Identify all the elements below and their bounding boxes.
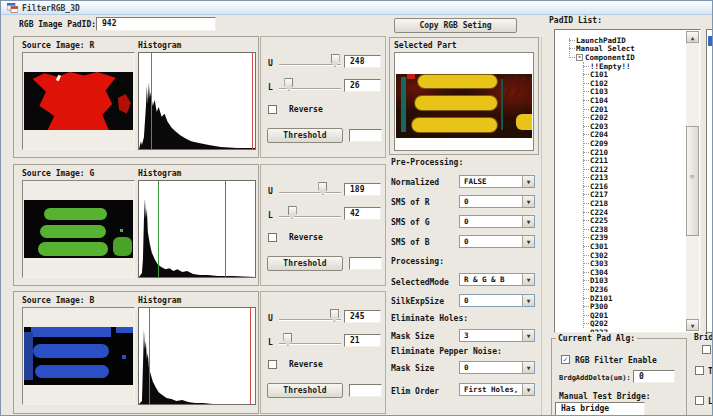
u-slider[interactable] [279,309,341,324]
l-checkbox[interactable] [695,396,704,405]
tree-item-c217[interactable]: C217 [555,191,686,200]
u-value-field[interactable]: 245 [344,310,381,323]
threshold-result-field[interactable] [349,129,382,142]
tree-item-c238[interactable]: C238 [555,225,686,234]
scroll-up-icon[interactable]: ▲ [686,31,699,43]
tree-item-launchpadid[interactable]: LaunchPadID [555,36,686,45]
normalized-dropdown[interactable]: FALSE ▼ [459,175,535,188]
tree-item--empty-[interactable]: !!Empty!! [555,62,686,71]
chevron-down-icon[interactable]: ▼ [522,295,534,306]
tree-item-q222[interactable]: Q222 [555,328,686,332]
bridge-delta-field[interactable]: 0 [633,370,675,383]
histogram-g[interactable] [138,180,256,278]
slider-track[interactable] [279,216,341,218]
u-value-field[interactable]: 189 [344,183,381,196]
tree-item-d103[interactable]: D103 [555,277,686,286]
l-value-field[interactable]: 26 [344,79,381,92]
bridge-checkbox-partial[interactable] [702,345,711,354]
tree-item-q201[interactable]: Q201 [555,311,686,320]
chevron-down-icon[interactable]: ▼ [522,236,534,247]
tree-item-label[interactable]: Q222 [590,328,608,332]
tree-item-c218[interactable]: C218 [555,199,686,208]
u-slider[interactable] [279,54,341,69]
slider-track[interactable] [279,64,341,66]
threshold-result-field[interactable] [349,257,382,270]
chevron-down-icon[interactable]: ▼ [522,274,534,285]
u-value-field[interactable]: 248 [344,55,381,68]
slider-track[interactable] [279,319,341,321]
l-value-field[interactable]: 21 [344,334,381,347]
tree-item-c224[interactable]: C224 [555,208,686,217]
histogram-r[interactable] [138,52,256,150]
sms-g-dropdown[interactable]: 0 ▼ [459,215,535,228]
reverse-checkbox[interactable] [268,360,277,369]
tree-expander-icon[interactable]: - [576,54,583,61]
l-value-field[interactable]: 42 [344,207,381,220]
tree-item-c203[interactable]: C203 [555,122,686,131]
threshold-button[interactable]: Threshold [267,383,343,398]
reverse-checkbox[interactable] [268,105,277,114]
tree-item-c225[interactable]: C225 [555,216,686,225]
elim-order-dropdown[interactable]: First Holes, ▼ [459,383,535,396]
selected-part-frame[interactable] [394,52,534,151]
chevron-down-icon[interactable]: ▼ [522,216,534,227]
tree-item-c213[interactable]: C213 [555,174,686,183]
tree-item-c304[interactable]: C304 [555,268,686,277]
tree-item-c303[interactable]: C303 [555,259,686,268]
threshold-button[interactable]: Threshold [267,128,343,143]
tree-item-c210[interactable]: C210 [555,148,686,157]
tree-scrollbar[interactable]: ▲ ▼ [686,31,699,331]
tree-item-c302[interactable]: C302 [555,251,686,260]
sms-r-dropdown[interactable]: 0 ▼ [459,195,535,208]
histogram-b[interactable] [138,307,256,405]
tree-item-c202[interactable]: C202 [555,113,686,122]
slider-track[interactable] [279,192,341,194]
tree-item-c103[interactable]: C103 [555,88,686,97]
threshold-button[interactable]: Threshold [267,256,343,271]
chevron-down-icon[interactable]: ▼ [522,330,534,341]
mask-size-1-dropdown[interactable]: 3 ▼ [459,329,535,342]
tree-item-manual-select[interactable]: Manual Select [555,45,686,54]
selectedmode-dropdown[interactable]: R & G & B ▼ [459,273,535,286]
rgb-filter-checkbox[interactable] [561,355,570,364]
tree-item-q202[interactable]: Q202 [555,320,686,329]
tree-item-d236[interactable]: D236 [555,285,686,294]
scroll-down-icon[interactable]: ▼ [686,319,699,331]
tl-checkbox[interactable] [695,366,704,375]
threshold-result-field[interactable] [349,384,382,397]
tree-item-dz101[interactable]: DZ101 [555,294,686,303]
tree-item-c204[interactable]: C204 [555,131,686,140]
tree-item-c212[interactable]: C212 [555,165,686,174]
l-slider[interactable] [279,206,341,221]
tree-item-p300[interactable]: P300 [555,302,686,311]
chevron-down-icon[interactable]: ▼ [522,176,534,187]
chevron-down-icon[interactable]: ▼ [522,362,534,373]
tree-item-c301[interactable]: C301 [555,242,686,251]
u-slider[interactable] [279,182,341,197]
tree-item-c102[interactable]: C102 [555,79,686,88]
scrollbar-thumb[interactable] [686,126,699,236]
tree-item-c239[interactable]: C239 [555,234,686,243]
l-slider[interactable] [279,333,341,348]
l-slider[interactable] [279,78,341,93]
tree-item-c201[interactable]: C201 [555,105,686,114]
tree-item-c209[interactable]: C209 [555,139,686,148]
chevron-down-icon[interactable]: ▼ [522,384,534,395]
chevron-down-icon[interactable]: ▼ [522,196,534,207]
title-bar[interactable]: FilterRGB_3D [1,1,713,15]
source-image-r[interactable] [22,52,135,150]
tree-item-c101[interactable]: C101 [555,70,686,79]
secondary-list-partial[interactable] [706,29,713,333]
copy-rgb-setting-button[interactable]: Copy RGB Seting [394,18,517,33]
padid-field[interactable]: 942 [96,17,216,31]
manual-test-bridge-field[interactable]: Has bridge [555,402,645,416]
sms-b-dropdown[interactable]: 0 ▼ [459,235,535,248]
source-image-b[interactable] [22,307,135,405]
silkexpsize-dropdown[interactable]: 0 ▼ [459,294,535,307]
source-image-g[interactable] [22,180,135,278]
mask-size-2-dropdown[interactable]: 0 ▼ [459,361,535,374]
reverse-checkbox[interactable] [268,233,277,242]
tree-item-c211[interactable]: C211 [555,156,686,165]
tree-item-c104[interactable]: C104 [555,96,686,105]
tree-item-c216[interactable]: C216 [555,182,686,191]
